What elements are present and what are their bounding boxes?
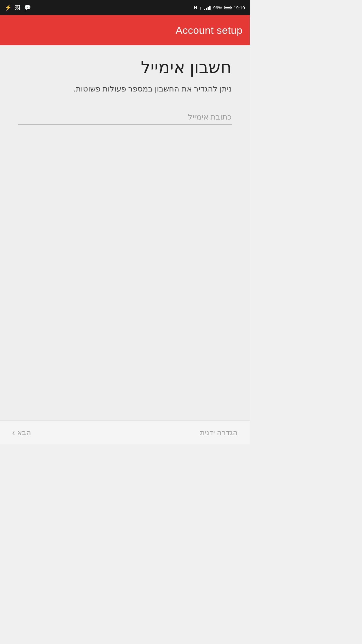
main-content: חשבון אימייל ניתן להגדיר את החשבון במספר… [0,45,250,420]
download-arrow-icon: ↓ [199,5,202,10]
page-heading: חשבון אימייל [18,57,232,77]
battery-percentage: 96% [213,5,222,10]
toolbar: Account setup [0,15,250,45]
back-chevron-icon: ‹ [12,428,15,437]
signal-bars-icon [204,5,211,10]
toolbar-title: Account setup [176,24,243,36]
battery-icon [224,6,231,9]
bottom-bar: ‹ הבא הגדרה ידנית [0,420,250,444]
h-network-indicator: H [194,5,197,10]
manual-setup-button[interactable]: הגדרה ידנית [200,428,238,437]
usb-icon: ⚡ [5,4,11,11]
email-input-wrapper[interactable] [18,110,232,125]
whatsapp-icon: 💬 [24,4,31,11]
clock: 19:19 [233,5,245,10]
photo-icon: 🖼 [15,5,21,11]
status-bar-right-icons: H ↓ 96% 19:19 [194,5,245,10]
page-description: ניתן להגדיר את החשבון במספר פעולות פשוטו… [18,83,232,95]
back-button[interactable]: ‹ הבא [12,428,31,437]
back-label: הבא [17,428,31,437]
status-bar-left-icons: ⚡ 🖼 💬 [5,4,31,11]
email-input[interactable] [18,110,232,125]
status-bar: ⚡ 🖼 💬 H ↓ 96% 19:19 [0,0,250,15]
